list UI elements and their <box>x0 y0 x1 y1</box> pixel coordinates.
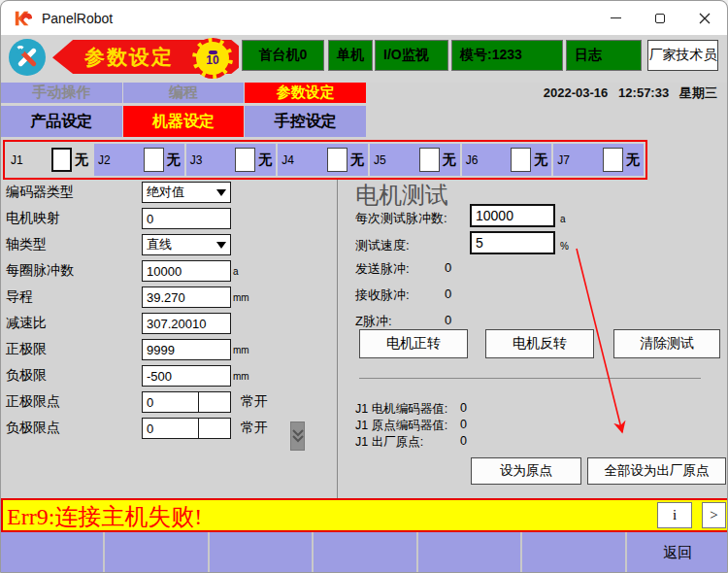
joint-checkbox-j4[interactable] <box>327 148 347 172</box>
sent-pulses-value: 0 <box>445 260 451 275</box>
error-info-button[interactable]: i <box>657 502 692 528</box>
maximize-button[interactable] <box>638 1 682 35</box>
function-key-3[interactable] <box>208 532 312 573</box>
motor-encoder-label: J1 电机编码器值: <box>355 401 447 418</box>
z-pulse-value: 0 <box>445 313 451 327</box>
function-key-2[interactable] <box>103 532 207 573</box>
encoder-type-select[interactable]: 绝对值 <box>142 182 231 203</box>
joint-checkbox-j7[interactable] <box>603 148 623 172</box>
master-machine-button[interactable]: 首台机0 <box>242 40 324 71</box>
joint-checkbox-j3[interactable] <box>235 148 255 172</box>
unit-label: mm <box>233 345 249 355</box>
error-message: Err9:连接主机失败! <box>7 501 202 532</box>
tab-manual-operation[interactable]: 手动操作 <box>1 83 122 103</box>
close-icon <box>699 13 711 24</box>
log-button[interactable]: 日志 <box>566 40 642 71</box>
axis-type-select[interactable]: 直线 <box>142 234 231 255</box>
joint-label: J6 <box>466 153 479 167</box>
test-pulse-input[interactable]: 10000 <box>470 204 555 227</box>
window-controls <box>593 1 727 35</box>
input-value: 10000 <box>476 208 513 223</box>
test-pulse-label: 每次测试脉冲数: <box>355 210 447 227</box>
main-tabs: 手动操作 编程 参数设定 <box>1 83 366 103</box>
unit-label: % <box>560 241 569 252</box>
function-key-1[interactable] <box>1 532 103 573</box>
tab-parameter-setting[interactable]: 参数设定 <box>245 83 366 103</box>
normally-open-label: 常开 <box>241 420 268 437</box>
joint-cell-j2: J2 无 <box>94 144 184 176</box>
gear-badge-icon: 10 <box>192 38 233 79</box>
function-key-6[interactable] <box>520 532 624 573</box>
select-value: 绝对值 <box>147 184 184 201</box>
joint-label: J1 <box>11 153 23 167</box>
test-speed-input[interactable]: 5 <box>470 231 555 254</box>
scroll-down-button[interactable] <box>290 421 305 451</box>
function-key-5[interactable] <box>416 532 520 573</box>
tools-icon[interactable] <box>9 39 46 76</box>
factory-origin-label: J1 出厂原点: <box>355 434 423 451</box>
tab-manual-control-setting[interactable]: 手控设定 <box>245 106 366 137</box>
input-value: 307.20010 <box>147 317 206 331</box>
unit-label: mm <box>233 292 249 303</box>
close-button[interactable] <box>682 1 727 35</box>
set-all-factory-origin-button[interactable]: 全部设为出厂原点 <box>587 457 726 485</box>
joint-checkbox-j2[interactable] <box>144 148 164 172</box>
sent-pulses-label: 发送脉冲: <box>355 260 410 278</box>
motor-reverse-button[interactable]: 电机反转 <box>485 329 594 358</box>
joint-checkbox-j1[interactable] <box>51 148 72 172</box>
positive-limit-point-label: 正极限点 <box>6 393 142 411</box>
positive-limit-input[interactable]: 9999 <box>142 339 231 360</box>
tab-machine-setting[interactable]: 机器设定 <box>123 106 245 137</box>
clear-test-button[interactable]: 清除测试 <box>613 329 720 358</box>
model-number-button[interactable]: 模号:1233 <box>451 40 563 71</box>
positive-limit-label: 正极限 <box>6 341 142 358</box>
joint-cell-j3: J3 无 <box>186 144 277 176</box>
unit-label: a <box>560 214 566 224</box>
role-button[interactable]: 厂家技术员 <box>647 40 718 71</box>
input-value: 0 <box>147 212 153 226</box>
motor-test-title: 电机测试 <box>355 180 448 211</box>
encoder-type-label: 编码器类型 <box>6 184 142 201</box>
lead-input[interactable]: 39.270 <box>142 286 231 308</box>
joint-row-highlight: J1 无 J2 无 J3 无 J4 无 J5 无 J6 无 <box>3 140 647 180</box>
minimize-icon <box>611 17 621 18</box>
received-pulses-value: 0 <box>445 286 451 301</box>
reduction-ratio-input[interactable]: 307.20010 <box>142 313 231 334</box>
function-key-4[interactable] <box>312 532 415 573</box>
return-button[interactable]: 返回 <box>625 532 728 573</box>
negative-limit-input[interactable]: -500 <box>142 365 231 387</box>
joint-type-label: 无 <box>350 152 364 169</box>
form-row: 减速比 307.20010 <box>6 313 334 334</box>
joint-type-label: 无 <box>626 152 640 169</box>
pulses-per-rev-input[interactable]: 10000 <box>142 260 231 282</box>
machine-settings-form: 编码器类型 绝对值 电机映射 0 轴类型 直线 每圈脉冲数 10000 a 导程… <box>6 182 334 444</box>
joint-checkbox-j6[interactable] <box>511 148 531 172</box>
limit-point-checkbox[interactable] <box>199 392 230 412</box>
app-window: PanelRobot 参数设定 10 首台机0 单机 <box>0 0 728 573</box>
input-value: 0 <box>143 419 199 438</box>
minimize-button[interactable] <box>593 1 638 35</box>
motor-forward-button[interactable]: 电机正转 <box>359 329 468 358</box>
io-monitor-button[interactable]: I/O监视 <box>375 40 448 71</box>
form-row: 正极限 9999 mm <box>6 339 334 360</box>
tab-programming[interactable]: 编程 <box>123 83 245 103</box>
origin-encoder-value: 0 <box>460 418 467 431</box>
set-origin-button[interactable]: 设为原点 <box>471 457 581 485</box>
toolbar: 参数设定 10 首台机0 单机 I/O监视 模号:1233 日志 厂家技术员 <box>1 35 727 83</box>
normally-open-label: 常开 <box>241 393 268 411</box>
positive-limit-point-input[interactable]: 0 <box>142 391 231 413</box>
limit-point-checkbox[interactable] <box>199 419 230 438</box>
input-value: 0 <box>143 392 199 412</box>
motor-mapping-input[interactable]: 0 <box>142 208 231 229</box>
divider <box>359 378 701 379</box>
bottom-function-bar: 返回 <box>1 532 728 573</box>
single-machine-button[interactable]: 单机 <box>328 40 373 71</box>
negative-limit-point-input[interactable]: 0 <box>142 418 231 439</box>
negative-limit-point-label: 负极限点 <box>6 420 142 437</box>
error-next-button[interactable]: > <box>702 502 726 528</box>
tab-product-setting[interactable]: 产品设定 <box>1 106 122 137</box>
maximize-icon <box>655 14 665 23</box>
test-speed-label: 测试速度: <box>355 237 410 254</box>
app-logo-icon <box>13 9 34 28</box>
joint-checkbox-j5[interactable] <box>419 148 440 172</box>
